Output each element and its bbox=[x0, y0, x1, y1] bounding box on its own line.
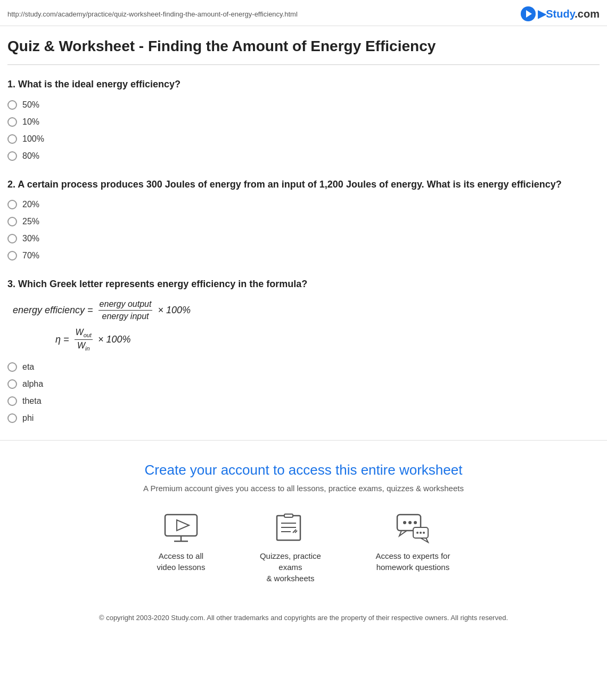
option-label-2-4: 70% bbox=[22, 251, 39, 261]
signup-title: Create your account to access this entir… bbox=[11, 462, 596, 478]
radio-2-3[interactable] bbox=[7, 234, 17, 243]
formula-times-100: × 100% bbox=[158, 305, 191, 316]
feature-expert-label: Access to experts forhomework questions bbox=[375, 550, 450, 573]
radio-3-2[interactable] bbox=[7, 379, 17, 389]
radio-1-3[interactable] bbox=[7, 134, 17, 144]
question-2-text: 2. A certain process produces 300 Joules… bbox=[7, 178, 600, 191]
option-1-3[interactable]: 100% bbox=[7, 134, 600, 144]
signup-section: Create your account to access this entir… bbox=[0, 440, 607, 641]
option-3-3[interactable]: theta bbox=[7, 396, 600, 406]
svg-rect-10 bbox=[284, 514, 293, 517]
formula-numerator-2: Wout bbox=[75, 328, 93, 340]
formula-eta: η = bbox=[55, 334, 69, 345]
option-2-3[interactable]: 30% bbox=[7, 234, 600, 243]
option-label-1-1: 50% bbox=[22, 100, 39, 110]
option-label-3-4: phi bbox=[22, 413, 34, 423]
feature-expert: Access to experts forhomework questions bbox=[375, 512, 450, 584]
expert-icon bbox=[394, 512, 431, 544]
option-1-4[interactable]: 80% bbox=[7, 151, 600, 161]
play-icon bbox=[526, 10, 532, 18]
option-label-2-1: 20% bbox=[22, 200, 39, 209]
feature-video: Access to allvideo lessons bbox=[157, 512, 206, 584]
feature-video-label: Access to allvideo lessons bbox=[157, 550, 206, 573]
radio-2-1[interactable] bbox=[7, 200, 17, 209]
option-label-1-4: 80% bbox=[22, 151, 39, 161]
formula-line-2: η = Wout Win × 100% bbox=[55, 328, 600, 352]
option-label-3-1: eta bbox=[22, 362, 34, 372]
radio-3-1[interactable] bbox=[7, 362, 17, 372]
logo: ▶Study.com bbox=[521, 6, 600, 21]
option-3-1[interactable]: eta bbox=[7, 362, 600, 372]
signup-subtitle: A Premium account gives you access to al… bbox=[11, 484, 596, 493]
question-1-text: 1. What is the ideal energy efficiency? bbox=[7, 78, 600, 91]
formula-times-100-2: × 100% bbox=[98, 334, 131, 345]
radio-1-2[interactable] bbox=[7, 117, 17, 127]
option-3-2[interactable]: alpha bbox=[7, 379, 600, 389]
svg-point-12 bbox=[403, 521, 406, 524]
feature-quiz-label: Quizzes, practice exams& worksheets bbox=[248, 550, 333, 584]
footer-text: © copyright 2003-2020 Study.com. All oth… bbox=[99, 614, 508, 622]
radio-2-2[interactable] bbox=[7, 217, 17, 226]
svg-point-14 bbox=[414, 521, 417, 524]
svg-point-18 bbox=[423, 532, 425, 534]
option-label-1-2: 10% bbox=[22, 117, 39, 127]
option-2-4[interactable]: 70% bbox=[7, 251, 600, 261]
question-2-block: 2. A certain process produces 300 Joules… bbox=[7, 178, 600, 261]
option-label-3-2: alpha bbox=[22, 379, 43, 389]
formula-numerator-1: energy output bbox=[99, 299, 153, 311]
formula-lhs: energy efficiency = bbox=[13, 305, 93, 316]
formula-denominator-1: energy input bbox=[101, 311, 150, 321]
svg-marker-1 bbox=[177, 520, 189, 531]
formula-line-1: energy efficiency = energy output energy… bbox=[13, 299, 600, 321]
question-3-text: 3. Which Greek letter represents energy … bbox=[7, 278, 600, 291]
option-label-3-3: theta bbox=[22, 396, 42, 406]
formula-block: energy efficiency = energy output energy… bbox=[7, 299, 600, 352]
radio-1-1[interactable] bbox=[7, 100, 17, 110]
logo-icon bbox=[521, 6, 536, 21]
formula-fraction-2: Wout Win bbox=[75, 328, 93, 352]
logo-text: ▶Study.com bbox=[538, 7, 600, 20]
question-1-block: 1. What is the ideal energy efficiency? … bbox=[7, 78, 600, 160]
svg-point-17 bbox=[420, 532, 422, 534]
question-3-block: 3. Which Greek letter represents energy … bbox=[7, 278, 600, 424]
radio-1-4[interactable] bbox=[7, 151, 17, 161]
svg-point-13 bbox=[408, 521, 412, 524]
quiz-icon bbox=[272, 512, 309, 544]
title-divider bbox=[7, 64, 600, 65]
page-title: Quiz & Worksheet - Finding the Amount of… bbox=[7, 31, 600, 56]
svg-rect-0 bbox=[165, 515, 197, 536]
option-label-1-3: 100% bbox=[22, 134, 44, 144]
video-icon bbox=[162, 512, 200, 544]
option-1-2[interactable]: 10% bbox=[7, 117, 600, 127]
main-content: Quiz & Worksheet - Finding the Amount of… bbox=[0, 26, 607, 423]
option-3-4[interactable]: phi bbox=[7, 413, 600, 423]
option-label-2-2: 25% bbox=[22, 217, 39, 226]
radio-3-4[interactable] bbox=[7, 413, 17, 423]
radio-2-4[interactable] bbox=[7, 251, 17, 261]
svg-point-16 bbox=[416, 532, 419, 534]
url-bar: http://study.com/academy/practice/quiz-w… bbox=[0, 0, 607, 26]
footer: © copyright 2003-2020 Study.com. All oth… bbox=[11, 605, 596, 630]
option-2-2[interactable]: 25% bbox=[7, 217, 600, 226]
option-label-2-3: 30% bbox=[22, 234, 39, 243]
formula-denominator-2: Win bbox=[76, 340, 91, 352]
url-text: http://study.com/academy/practice/quiz-w… bbox=[7, 10, 298, 18]
option-1-1[interactable]: 50% bbox=[7, 100, 600, 110]
radio-3-3[interactable] bbox=[7, 396, 17, 406]
feature-quiz: Quizzes, practice exams& worksheets bbox=[248, 512, 333, 584]
option-2-1[interactable]: 20% bbox=[7, 200, 600, 209]
features-row: Access to allvideo lessons bbox=[11, 512, 596, 584]
formula-fraction-1: energy output energy input bbox=[99, 299, 153, 321]
